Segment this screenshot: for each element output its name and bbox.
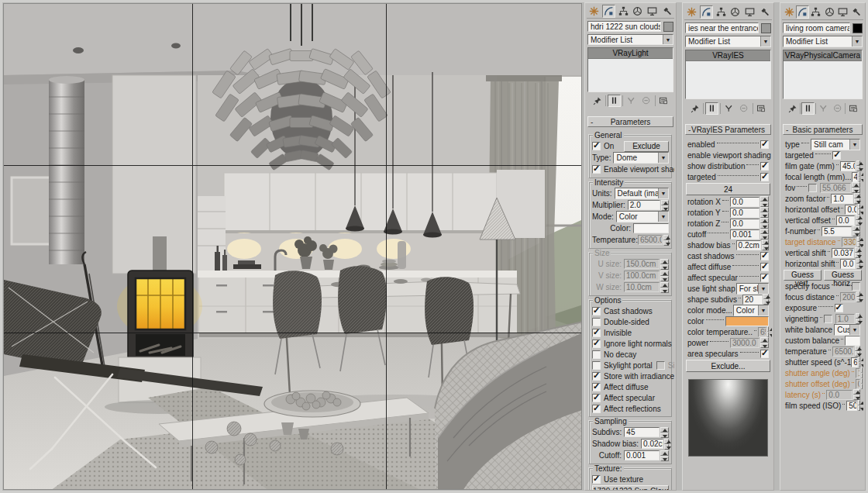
motion-tab[interactable] [631,5,645,18]
modifier-stack[interactable]: VRayIES [685,50,771,99]
exclude-button[interactable]: Exclude [624,141,669,152]
latency-spinner[interactable] [853,389,860,400]
param-spinner[interactable] [760,207,769,218]
option-checkbox[interactable] [592,307,601,315]
light-shape-dropdown[interactable]: For shadows ▼ [736,283,769,295]
u-size-field[interactable]: 150.0cm [624,259,660,269]
color-temperature-spinner[interactable] [767,326,769,337]
area-speculars-checkbox[interactable] [760,350,769,358]
object-color-swatch[interactable] [663,22,673,32]
stack-item-vraylight[interactable]: VRayLight [588,48,673,59]
shutter-angle-spinner[interactable] [861,367,863,378]
param-checkbox[interactable] [760,173,769,181]
temperature-field[interactable]: 6500.0 [832,346,854,357]
power-field[interactable]: 3000.0 [730,338,760,348]
utilities-tab[interactable] [757,5,771,19]
texture-map-button[interactable]: 1729 (1222 Sun Clouds.exr) [592,485,669,490]
configure-modifier-sets-icon[interactable] [846,102,859,115]
hierarchy-tab[interactable] [714,5,728,19]
shutter-speed-field[interactable]: 60.0 [851,357,858,367]
remove-modifier-icon[interactable] [738,102,751,115]
film-gate-field[interactable]: 45.0 [840,161,856,171]
shutter-offset-field[interactable]: 0.0 [856,379,860,389]
option-checkbox[interactable] [592,394,601,402]
shutter-angle-field[interactable]: 180.0 [856,368,860,378]
vignetting-checkbox[interactable] [824,315,832,323]
rollout-parameters[interactable]: - Parameters [587,116,673,127]
param-checkbox[interactable] [760,274,769,282]
modifier-list-dropdown[interactable]: Modifier List ▼ [685,36,771,47]
power-spinner[interactable] [760,337,769,348]
custom-balance-swatch[interactable] [845,336,860,346]
show-end-result-icon[interactable] [705,102,718,115]
display-tab[interactable] [743,5,757,19]
viewport[interactable] [3,3,582,490]
param-checkbox[interactable] [760,162,769,171]
vertical-offset-field[interactable]: 0.0 [836,215,855,226]
object-color-swatch[interactable] [761,23,771,33]
object-color-swatch[interactable] [852,23,863,33]
param-checkbox[interactable] [760,263,769,271]
shutter-offset-spinner[interactable] [861,378,863,389]
v-size-spinner[interactable] [660,271,669,281]
make-unique-icon[interactable] [723,102,736,115]
display-tab[interactable] [836,5,849,19]
film-speed-field[interactable]: 500.0 [846,401,857,411]
light-color-swatch[interactable] [633,223,669,233]
white-balance-dropdown[interactable]: Custom ▼ [834,324,860,336]
rollout-vrayies-parameters[interactable]: - VRayIES Parameters [685,124,771,135]
zoom-factor-field[interactable]: 1.0 [831,194,853,204]
fov-spinner[interactable] [852,182,860,193]
enable-viewport-shading-checkbox[interactable] [592,165,601,174]
zoom-factor-spinner[interactable] [854,193,860,204]
utilities-tab[interactable] [660,5,673,18]
param-field[interactable]: 0.2cm [736,240,761,250]
shadow-bias-field[interactable]: 0.02cm [641,439,663,449]
exclude-button[interactable]: Exclude... [686,360,770,372]
option-checkbox[interactable] [592,318,601,326]
w-size-field[interactable]: 10.0cm [624,282,660,292]
option-checkbox[interactable] [592,329,601,337]
pin-stack-icon[interactable] [688,102,701,115]
motion-tab[interactable] [728,5,742,19]
configure-modifier-sets-icon[interactable] [657,95,670,107]
f-number-field[interactable]: 5.5 [822,226,851,236]
display-tab[interactable] [646,5,660,18]
multiplier-spinner[interactable] [661,200,669,211]
stack-item-vrayies[interactable]: VRayIES [686,50,770,61]
param-field[interactable]: 0.0 [730,197,760,207]
modifier-stack[interactable]: VRayPhysicalCamera [783,50,863,99]
hierarchy-tab[interactable] [810,5,822,19]
param-spinner[interactable] [760,229,769,240]
object-name-input[interactable]: living room camera [783,22,850,33]
guess-horizontal-button[interactable]: Guess horiz. [824,270,862,281]
focal-length-spinner[interactable] [859,171,860,182]
option-checkbox[interactable] [592,340,601,348]
on-checkbox[interactable] [592,142,601,150]
target-distance-spinner[interactable] [857,236,860,247]
fov-checkbox[interactable] [808,184,817,192]
param-field[interactable]: 0.0 [730,208,760,218]
object-name-input[interactable]: hdri 1222 sun clouds [587,21,661,32]
film-gate-spinner[interactable] [856,160,860,171]
focal-length-field[interactable]: 42.665 [852,172,858,182]
show-end-result-icon[interactable] [608,95,621,107]
option-checkbox[interactable] [592,372,601,381]
subdivs-spinner[interactable] [660,427,669,438]
vertical-shift-spinner[interactable] [855,247,860,258]
u-size-spinner[interactable] [660,259,669,270]
v-size-field[interactable]: 100.0cm [624,271,660,281]
simple-checkbox[interactable] [656,361,665,370]
multiplier-field[interactable]: 2.0 [628,200,660,210]
focus-distance-field[interactable]: 200.0cm [840,292,856,302]
horizontal-shift-field[interactable]: 0.0 [840,259,856,269]
cutoff-field[interactable]: 0.001 [624,450,660,460]
rollout-basic-parameters[interactable]: - Basic parameters [783,124,863,135]
option-checkbox[interactable] [592,350,601,359]
cutoff-spinner[interactable] [660,450,669,461]
configure-modifier-sets-icon[interactable] [755,102,768,115]
shutter-speed-spinner[interactable] [859,357,860,367]
modifier-list-dropdown[interactable]: Modifier List ▼ [783,36,863,47]
shadow-bias-spinner[interactable] [664,439,669,450]
option-checkbox[interactable] [592,405,601,413]
